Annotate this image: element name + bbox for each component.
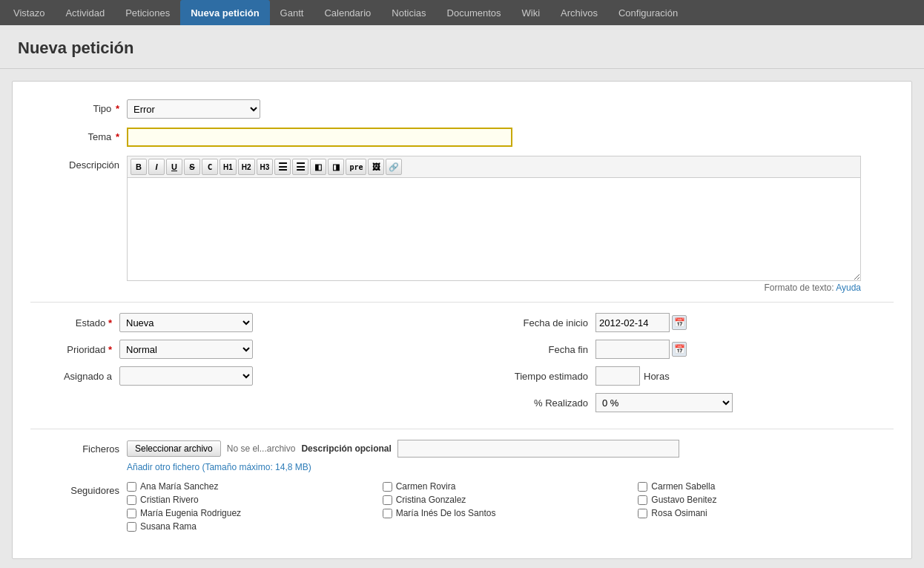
seguidor-name: María Eugenia Rodriguez — [140, 508, 241, 518]
tipo-control: ErrorCaracterísticaSoporte — [127, 99, 894, 119]
seguidor-checkbox[interactable] — [127, 509, 136, 518]
toolbar-align-right[interactable]: ◨ — [328, 159, 344, 175]
ficheros-inner: Seleccionar archivo No se el...archivo D… — [127, 440, 894, 458]
descripcion-label: Descripción — [30, 156, 127, 171]
right-col: Fecha de inicio 📅 Fecha fin 📅 Tiempo est… — [477, 313, 894, 420]
toolbar-ol[interactable]: ☰ — [292, 159, 308, 175]
format-help-link[interactable]: Ayuda — [836, 283, 861, 293]
toolbar-strike[interactable]: S — [184, 159, 200, 175]
seguidor-checkbox[interactable] — [638, 509, 647, 518]
toolbar-code[interactable]: C — [202, 159, 218, 175]
seguidor-checkbox[interactable] — [638, 495, 647, 505]
file-desc-input[interactable] — [397, 440, 679, 458]
seguidor-checkbox[interactable] — [383, 495, 392, 505]
left-col: Estado * NuevaEn progresoResueltaCerrada… — [30, 313, 447, 420]
prioridad-select[interactable]: BajaNormalAltaUrgenteInmediata — [119, 340, 253, 359]
seguidor-item: Ana María Sanchez — [127, 481, 383, 492]
tipo-row: Tipo * ErrorCaracterísticaSoporte — [30, 99, 894, 119]
toolbar-h1[interactable]: H1 — [220, 159, 237, 175]
nav-item-noticias[interactable]: Noticias — [381, 0, 436, 25]
estado-select[interactable]: NuevaEn progresoResueltaCerrada — [119, 313, 253, 332]
seguidor-name: Cristina Gonzalez — [396, 495, 466, 505]
fecha-inicio-label: Fecha de inicio — [477, 317, 595, 328]
toolbar-underline[interactable]: U — [166, 159, 182, 175]
toolbar-ul[interactable]: ☰ — [274, 159, 291, 175]
tema-label: Tema * — [30, 128, 127, 142]
seguidor-item: Gustavo Benitez — [638, 495, 894, 505]
seguidor-checkbox[interactable] — [383, 482, 392, 492]
seguidor-name: Gustavo Benitez — [651, 495, 716, 505]
fecha-inicio-row: Fecha de inicio 📅 — [477, 313, 894, 332]
no-file-label: No se el...archivo — [227, 443, 296, 454]
fecha-inicio-calendar-icon[interactable]: 📅 — [672, 315, 687, 330]
seguidores-label: Seguidores — [30, 481, 127, 496]
fecha-inicio-input[interactable] — [595, 313, 670, 332]
tema-input[interactable] — [127, 128, 512, 147]
seguidor-checkbox[interactable] — [127, 495, 136, 505]
toolbar-image[interactable]: 🖼 — [368, 159, 384, 175]
seguidor-checkbox[interactable] — [127, 482, 136, 492]
seguidor-item: María Inés De los Santos — [383, 508, 638, 518]
seguidor-item — [383, 521, 638, 532]
fecha-fin-calendar-icon[interactable]: 📅 — [672, 342, 687, 357]
nav-item-gantt[interactable]: Gantt — [270, 0, 314, 25]
two-col-section: Estado * NuevaEn progresoResueltaCerrada… — [30, 313, 894, 420]
tema-row: Tema * — [30, 128, 894, 147]
seguidores-control: Ana María SanchezCarmen RoviraCarmen Sab… — [127, 481, 894, 532]
add-file-link[interactable]: Añadir otro fichero (Tamaño máximo: 14,8… — [127, 462, 311, 472]
descripcion-textarea[interactable] — [127, 177, 861, 281]
tiempo-input[interactable] — [595, 366, 640, 386]
seguidor-name: Rosa Osimani — [651, 508, 707, 518]
nav-item-vistazo[interactable]: Vistazo — [3, 0, 55, 25]
estado-label: Estado * — [30, 317, 119, 328]
nav-item-configuración[interactable]: Configuración — [608, 0, 688, 25]
nav-item-archivos[interactable]: Archivos — [550, 0, 608, 25]
toolbar-h3[interactable]: H3 — [257, 159, 274, 175]
tipo-label: Tipo * — [30, 99, 127, 114]
descripcion-control: B I U S C H1 H2 H3 ☰ ☰ ◧ ◨ pre 🖼 🔗 Forma… — [127, 156, 861, 293]
tiempo-label: Tiempo estimado — [477, 371, 595, 382]
format-hint: Formato de texto: Ayuda — [127, 283, 861, 293]
seguidor-item — [638, 521, 894, 532]
toolbar-italic[interactable]: I — [148, 159, 165, 175]
file-desc-label: Descripción opcional — [301, 443, 391, 454]
tipo-select[interactable]: ErrorCaracterísticaSoporte — [127, 99, 260, 119]
nav-item-actividad[interactable]: Actividad — [55, 0, 115, 25]
asignado-row: Asignado a — [30, 366, 447, 386]
seguidor-checkbox[interactable] — [127, 522, 136, 532]
toolbar-h2[interactable]: H2 — [238, 159, 255, 175]
seguidor-name: Cristian Rivero — [140, 495, 199, 505]
seguidor-item: Rosa Osimani — [638, 508, 894, 518]
editor-toolbar: B I U S C H1 H2 H3 ☰ ☰ ◧ ◨ pre 🖼 🔗 — [127, 156, 861, 177]
porcentaje-select[interactable]: 0 %10 %20 %30 %40 %50 %60 %70 %80 %90 %1… — [595, 393, 733, 412]
tiempo-row: Tiempo estimado Horas — [477, 366, 894, 386]
select-file-button[interactable]: Seleccionar archivo — [127, 440, 221, 457]
seguidor-item: Cristian Rivero — [127, 495, 383, 505]
asignado-label: Asignado a — [30, 371, 119, 382]
ficheros-row: Ficheros Seleccionar archivo No se el...… — [30, 440, 894, 472]
nav-bar: VistazoActividadPeticionesNueva petición… — [0, 0, 924, 25]
fecha-fin-input[interactable] — [595, 340, 670, 359]
seguidor-item: Susana Rama — [127, 521, 383, 532]
nav-item-nueva-petición[interactable]: Nueva petición — [180, 0, 269, 25]
nav-item-calendario[interactable]: Calendario — [314, 0, 381, 25]
ficheros-control: Seleccionar archivo No se el...archivo D… — [127, 440, 894, 472]
asignado-select[interactable] — [119, 366, 253, 386]
fecha-fin-row: Fecha fin 📅 — [477, 340, 894, 359]
nav-item-peticiones[interactable]: Peticiones — [115, 0, 180, 25]
seguidor-item: Cristina Gonzalez — [383, 495, 638, 505]
toolbar-align-left[interactable]: ◧ — [310, 159, 326, 175]
seguidor-checkbox[interactable] — [638, 482, 647, 492]
porcentaje-label: % Realizado — [477, 397, 595, 409]
nav-item-wiki[interactable]: Wiki — [512, 0, 551, 25]
prioridad-label: Prioridad * — [30, 344, 119, 355]
toolbar-link[interactable]: 🔗 — [386, 159, 402, 175]
seguidor-checkbox[interactable] — [383, 509, 392, 518]
seguidores-grid: Ana María SanchezCarmen RoviraCarmen Sab… — [127, 481, 894, 532]
toolbar-pre[interactable]: pre — [346, 159, 366, 175]
seguidor-item: Carmen Sabella — [638, 481, 894, 492]
nav-item-documentos[interactable]: Documentos — [437, 0, 512, 25]
form-card: Tipo * ErrorCaracterísticaSoporte Tema *… — [12, 81, 912, 559]
toolbar-bold[interactable]: B — [131, 159, 147, 175]
seguidor-name: Ana María Sanchez — [140, 481, 218, 492]
